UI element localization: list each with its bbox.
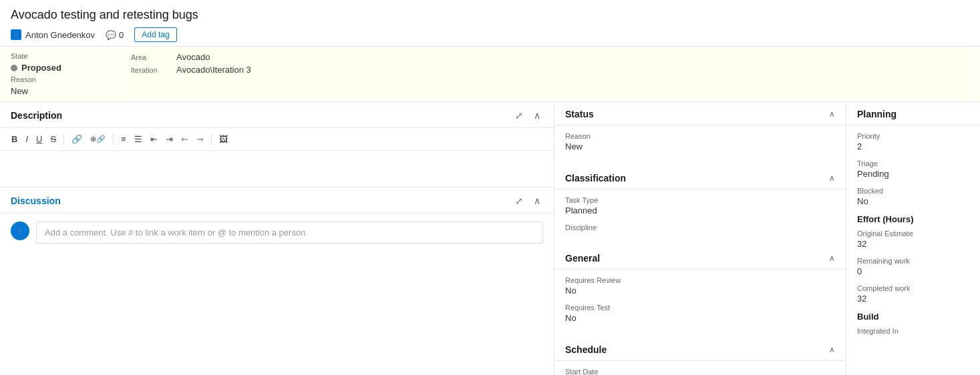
requires-review-value: No bbox=[565, 286, 835, 296]
indent-more-button[interactable]: ⇥ bbox=[162, 132, 176, 146]
link-button-2[interactable]: ⊕🔗 bbox=[87, 133, 109, 145]
integrated-in-label: Integrated In bbox=[857, 327, 969, 335]
discussion-title[interactable]: Discussion bbox=[11, 196, 61, 206]
discussion-actions: ⤢ ∧ bbox=[512, 194, 543, 208]
classification-header: Classification ∧ bbox=[554, 166, 846, 190]
blocked-label: Blocked bbox=[857, 187, 969, 195]
status-reason-label: Reason bbox=[565, 132, 835, 140]
link-button-1[interactable]: 🔗 bbox=[68, 132, 86, 146]
reason-label: Reason bbox=[11, 75, 115, 83]
comment-icon: 💬 bbox=[106, 30, 116, 40]
underline-button[interactable]: U bbox=[33, 132, 45, 146]
discipline-label: Discipline bbox=[565, 224, 835, 232]
state-value: Proposed bbox=[21, 63, 61, 73]
page: Avocado testing and retesting bugs 👤 Ant… bbox=[0, 0, 980, 375]
triage-field: Triage Pending bbox=[857, 159, 969, 179]
schedule-fields: Start Date Finish Date bbox=[554, 361, 846, 375]
classification-title: Classification bbox=[565, 173, 626, 183]
general-section: General ∧ Requires Review No Requires Te… bbox=[554, 246, 846, 338]
requires-review-label: Requires Review bbox=[565, 276, 835, 284]
general-collapse-icon[interactable]: ∧ bbox=[829, 254, 835, 263]
discussion-header: Discussion ⤢ ∧ bbox=[0, 188, 554, 214]
avatar-icon: 👤 bbox=[15, 227, 25, 236]
area-iteration-fields: Area Avocado Iteration Avocado\Iteration… bbox=[131, 49, 969, 99]
discussion-section: Discussion ⤢ ∧ 👤 Add a comment. Use # to… bbox=[0, 188, 554, 252]
page-header: Avocado testing and retesting bugs 👤 Ant… bbox=[0, 0, 980, 46]
indent-right-button[interactable]: ⇾ bbox=[193, 132, 207, 146]
author-name: Anton Gnedenkov bbox=[25, 30, 95, 40]
schedule-header: Schedule ∧ bbox=[554, 338, 846, 361]
schedule-collapse-icon[interactable]: ∧ bbox=[829, 345, 835, 354]
task-type-value: Planned bbox=[565, 206, 835, 216]
task-type-label: Task Type bbox=[565, 196, 835, 204]
page-title: Avocado testing and retesting bugs bbox=[11, 8, 969, 22]
reason-field: Reason New bbox=[565, 132, 835, 151]
remaining-work-field: Remaining work 0 bbox=[857, 257, 969, 276]
planning-title: Planning bbox=[857, 109, 896, 119]
completed-work-field: Completed work 32 bbox=[857, 284, 969, 304]
build-section-title: Build bbox=[857, 312, 969, 322]
add-tag-button[interactable]: Add tag bbox=[134, 27, 176, 42]
requires-test-value: No bbox=[565, 313, 835, 323]
ordered-list-button[interactable]: ≡ bbox=[118, 132, 130, 146]
status-reason-value: New bbox=[565, 141, 835, 151]
requires-review-field: Requires Review No bbox=[565, 276, 835, 296]
blocked-value: No bbox=[857, 196, 969, 206]
comment-area: 👤 Add a comment. Use # to link a work it… bbox=[0, 214, 554, 252]
strikethrough-button[interactable]: S bbox=[47, 132, 59, 146]
area-label: Area bbox=[131, 53, 171, 61]
author: 👤 Anton Gnedenkov bbox=[11, 29, 95, 40]
state-dot-icon bbox=[11, 65, 17, 71]
completed-work-label: Completed work bbox=[857, 284, 969, 292]
iteration-row: Iteration Avocado\Iteration 3 bbox=[131, 65, 969, 75]
original-estimate-field: Original Estimate 32 bbox=[857, 230, 969, 249]
state-value-container: Proposed bbox=[11, 63, 115, 73]
discussion-expand-button[interactable]: ⤢ bbox=[512, 194, 526, 208]
classification-section: Classification ∧ Task Type Planned Disci… bbox=[554, 166, 846, 246]
priority-field: Priority 2 bbox=[857, 132, 969, 151]
schedule-section: Schedule ∧ Start Date Finish Date bbox=[554, 338, 846, 375]
right-panel: Status ∧ Reason New Classification ∧ bbox=[554, 102, 980, 375]
status-collapse-icon[interactable]: ∧ bbox=[829, 109, 835, 119]
planning-fields: Priority 2 Triage Pending Blocked No Eff… bbox=[846, 125, 980, 350]
comment-input[interactable]: Add a comment. Use # to link a work item… bbox=[36, 222, 543, 244]
planning-col: Planning Priority 2 Triage Pending Block… bbox=[846, 102, 980, 375]
task-type-field: Task Type Planned bbox=[565, 196, 835, 216]
unordered-list-button[interactable]: ☰ bbox=[131, 132, 146, 146]
original-estimate-label: Original Estimate bbox=[857, 230, 969, 238]
description-expand-button[interactable]: ⤢ bbox=[512, 109, 526, 122]
status-header: Status ∧ bbox=[554, 102, 846, 125]
triage-value: Pending bbox=[857, 169, 969, 179]
author-icon: 👤 bbox=[11, 29, 21, 40]
priority-value: 2 bbox=[857, 141, 969, 151]
image-button[interactable]: 🖼 bbox=[216, 132, 231, 146]
classification-collapse-icon[interactable]: ∧ bbox=[829, 173, 835, 183]
remaining-work-label: Remaining work bbox=[857, 257, 969, 265]
italic-button[interactable]: I bbox=[22, 132, 31, 146]
comment-count: 💬 0 bbox=[106, 30, 124, 40]
status-fields: Reason New bbox=[554, 125, 846, 166]
area-row: Area Avocado bbox=[131, 52, 969, 62]
discussion-collapse-button[interactable]: ∧ bbox=[531, 194, 543, 208]
original-estimate-value: 32 bbox=[857, 239, 969, 249]
triage-label: Triage bbox=[857, 159, 969, 167]
state-label: State bbox=[11, 52, 115, 60]
status-section: Status ∧ Reason New bbox=[554, 102, 846, 166]
planning-header: Planning bbox=[846, 102, 980, 125]
description-actions: ⤢ ∧ bbox=[512, 109, 543, 122]
author-initials: 👤 bbox=[13, 31, 20, 38]
toolbar-separator-2 bbox=[113, 134, 114, 145]
page-meta: 👤 Anton Gnedenkov 💬 0 Add tag bbox=[11, 27, 969, 42]
discipline-field: Discipline bbox=[565, 224, 835, 232]
toolbar-separator-3 bbox=[211, 134, 212, 145]
requires-test-field: Requires Test No bbox=[565, 304, 835, 323]
description-collapse-button[interactable]: ∧ bbox=[531, 109, 543, 122]
status-title: Status bbox=[565, 109, 594, 119]
indent-less-button[interactable]: ⇤ bbox=[147, 132, 161, 146]
indent-left-button[interactable]: ⇽ bbox=[178, 132, 192, 146]
main-content: Description ⤢ ∧ B I U S 🔗 ⊕🔗 ≡ bbox=[0, 102, 980, 375]
bold-button[interactable]: B bbox=[8, 132, 21, 146]
editor-area[interactable] bbox=[0, 151, 554, 188]
editor-toolbar: B I U S 🔗 ⊕🔗 ≡ ☰ ⇤ ⇥ ⇽ ⇾ 🖼 bbox=[0, 128, 554, 151]
start-date-label: Start Date bbox=[565, 368, 835, 375]
